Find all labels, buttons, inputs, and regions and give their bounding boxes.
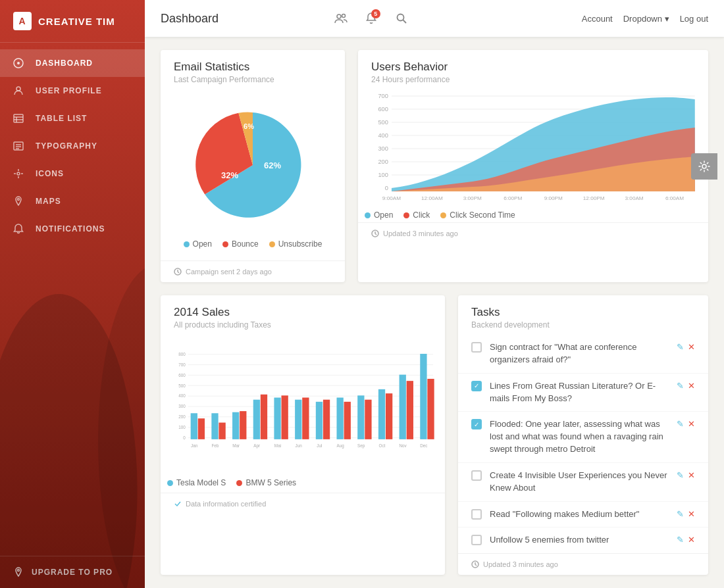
task-edit-5[interactable]: ✎ bbox=[677, 509, 684, 519]
sidebar-item-label: Icons bbox=[36, 169, 64, 178]
svg-rect-72 bbox=[211, 413, 218, 439]
notification-badge: 5 bbox=[371, 9, 380, 18]
sidebar-item-maps[interactable]: Maps bbox=[0, 187, 145, 215]
task-checkbox-4[interactable] bbox=[471, 470, 482, 481]
settings-button[interactable] bbox=[691, 153, 717, 180]
clock-icon bbox=[174, 268, 182, 276]
task-delete-6[interactable]: ✕ bbox=[688, 535, 695, 545]
bell-icon bbox=[13, 224, 28, 234]
task-delete-3[interactable]: ✕ bbox=[688, 419, 695, 429]
account-link[interactable]: Account bbox=[582, 14, 613, 24]
sidebar-item-label: Table List bbox=[36, 114, 87, 123]
task-edit-4[interactable]: ✎ bbox=[677, 470, 684, 480]
dashboard-icon bbox=[13, 58, 28, 68]
sales-legend: Tesla Model S BMW 5 Series bbox=[167, 473, 438, 493]
bounce-dot bbox=[222, 241, 228, 247]
logout-link[interactable]: Log out bbox=[680, 14, 708, 24]
sales-body: 0 100 200 300 400 500 600 700 800 bbox=[161, 335, 445, 493]
svg-rect-84 bbox=[337, 397, 344, 439]
bmw-label: BMW 5 Series bbox=[246, 478, 296, 487]
svg-text:Aug: Aug bbox=[336, 443, 344, 449]
svg-text:Nov: Nov bbox=[399, 443, 407, 448]
task-checkbox-2[interactable] bbox=[471, 381, 482, 391]
svg-text:Feb: Feb bbox=[211, 443, 219, 448]
sidebar-navigation: Dashboard User Profile Table List Typogr… bbox=[0, 43, 145, 556]
sidebar-item-icons[interactable]: Icons bbox=[0, 160, 145, 187]
sidebar-item-label: Typography bbox=[36, 141, 97, 151]
task-checkbox-5[interactable] bbox=[471, 509, 482, 520]
tasks-footer: Updated 3 minutes ago bbox=[458, 553, 708, 575]
svg-text:32%: 32% bbox=[221, 170, 238, 180]
dropdown-link[interactable]: Dropdown ▾ bbox=[623, 14, 669, 24]
sales-footer: Data information certified bbox=[161, 493, 445, 514]
task-delete-5[interactable]: ✕ bbox=[688, 509, 695, 519]
map-icon bbox=[13, 196, 28, 207]
svg-text:Jan: Jan bbox=[191, 443, 198, 448]
task-edit-2[interactable]: ✎ bbox=[677, 381, 684, 391]
svg-text:700: 700 bbox=[378, 93, 388, 99]
svg-rect-80 bbox=[295, 400, 301, 439]
sidebar-item-table-list[interactable]: Table List bbox=[0, 105, 145, 132]
task-delete-1[interactable]: ✕ bbox=[688, 342, 695, 352]
svg-text:6:00PM: 6:00PM bbox=[504, 195, 522, 201]
open-b-dot bbox=[365, 212, 371, 218]
svg-text:Jul: Jul bbox=[317, 443, 322, 448]
svg-text:300: 300 bbox=[178, 404, 186, 408]
svg-text:200: 200 bbox=[378, 159, 388, 165]
svg-rect-74 bbox=[232, 412, 239, 439]
task-edit-6[interactable]: ✎ bbox=[677, 535, 684, 545]
svg-text:700: 700 bbox=[178, 362, 186, 367]
task-checkbox-3[interactable] bbox=[471, 419, 482, 429]
bmw-dot bbox=[236, 480, 242, 486]
bar-chart: 0 100 200 300 400 500 600 700 800 bbox=[167, 335, 438, 473]
email-statistics-card: Email Statistics Last Campaign Performan… bbox=[161, 50, 345, 282]
svg-text:12:00PM: 12:00PM bbox=[583, 195, 605, 201]
task-actions-2: ✎ ✕ bbox=[677, 381, 695, 391]
click2-dot bbox=[440, 212, 446, 218]
svg-text:6:00AM: 6:00AM bbox=[665, 195, 684, 201]
task-edit-3[interactable]: ✎ bbox=[677, 419, 684, 429]
svg-rect-85 bbox=[344, 402, 351, 439]
email-stats-footer: Campaign sent 2 days ago bbox=[161, 260, 345, 282]
task-checkbox-1[interactable] bbox=[471, 342, 482, 353]
svg-rect-92 bbox=[420, 354, 427, 439]
people-icon[interactable] bbox=[330, 8, 351, 29]
clock2-icon bbox=[371, 230, 379, 237]
svg-rect-86 bbox=[357, 395, 364, 439]
behavior-legend: Open Click Click Second Time bbox=[365, 208, 702, 222]
svg-text:Jun: Jun bbox=[296, 443, 303, 448]
legend-bounce: Bounce bbox=[222, 239, 259, 249]
svg-text:Mai: Mai bbox=[274, 443, 281, 448]
task-delete-2[interactable]: ✕ bbox=[688, 381, 695, 391]
sidebar-item-label: Maps bbox=[36, 197, 61, 206]
svg-rect-93 bbox=[427, 379, 434, 439]
svg-text:12:00AM: 12:00AM bbox=[421, 195, 443, 201]
svg-point-18 bbox=[337, 14, 341, 18]
legend-unsubscribe: Unsubscribe bbox=[269, 239, 323, 249]
svg-text:100: 100 bbox=[378, 172, 388, 178]
task-text-5: Read "Following makes Medium better" bbox=[490, 508, 669, 521]
svg-text:Oct: Oct bbox=[379, 443, 386, 448]
search-icon[interactable] bbox=[391, 8, 412, 29]
sidebar-item-typography[interactable]: Typography bbox=[0, 132, 145, 160]
click-dot bbox=[403, 212, 409, 218]
task-actions-1: ✎ ✕ bbox=[677, 342, 695, 352]
task-actions-3: ✎ ✕ bbox=[677, 419, 695, 429]
sidebar-item-label: Dashboard bbox=[36, 59, 93, 68]
icons-icon bbox=[13, 168, 28, 179]
task-delete-4[interactable]: ✕ bbox=[688, 470, 695, 480]
sidebar-item-dashboard[interactable]: Dashboard bbox=[0, 49, 145, 77]
svg-rect-81 bbox=[302, 397, 309, 439]
upgrade-button[interactable]: Upgrade to Pro bbox=[0, 556, 145, 588]
email-footer-text: Campaign sent 2 days ago bbox=[186, 268, 272, 276]
svg-text:0: 0 bbox=[183, 435, 186, 440]
task-edit-1[interactable]: ✎ bbox=[677, 342, 684, 352]
task-checkbox-6[interactable] bbox=[471, 535, 482, 545]
notification-bell-icon[interactable]: 5 bbox=[361, 8, 382, 29]
legend-open-behavior: Open bbox=[365, 210, 393, 220]
topbar: Dashboard 5 Account Dropdown ▾ Log out bbox=[145, 0, 724, 37]
pie-chart: 62% 32% 6% bbox=[180, 103, 325, 228]
task-text-2: Lines From Great Russian Literature? Or … bbox=[490, 380, 669, 405]
sidebar-item-notifications[interactable]: Notifications bbox=[0, 215, 145, 243]
sidebar-item-user-profile[interactable]: User Profile bbox=[0, 77, 145, 105]
